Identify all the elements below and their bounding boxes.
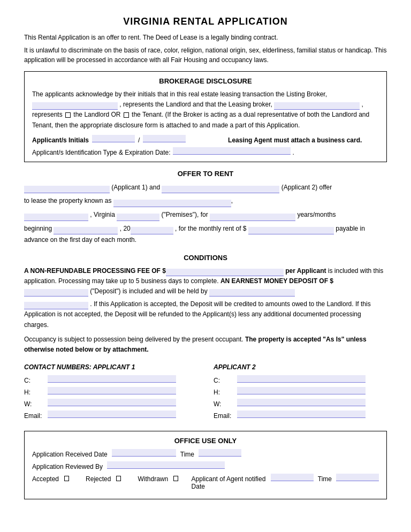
brokerage-body: The applicants acknowledge by their init…	[32, 89, 379, 131]
conditions-block: A NON-REFUNDABLE PROCESSING FEE OF $ per…	[24, 266, 387, 355]
contact-c1-field[interactable]	[48, 375, 176, 383]
brokerage-text-2: , represents the Landlord and that the L…	[119, 101, 272, 108]
lease-term-field[interactable]	[210, 214, 295, 221]
beginning-label: beginning	[24, 225, 52, 232]
reviewed-label: Application Reviewed By	[32, 463, 103, 470]
intro-line-1: This Rental Application is an offer to r…	[24, 33, 387, 42]
withdrawn-label: Withdrawn	[138, 475, 169, 483]
accepted-label: Accepted	[32, 475, 59, 483]
leasing-broker-field[interactable]	[274, 102, 360, 110]
deposit-text: ("Deposit") is included and will be held…	[90, 287, 207, 295]
contact-w2-label: W:	[214, 400, 235, 408]
year-label: , 20	[120, 225, 131, 232]
city-field[interactable]	[24, 214, 88, 221]
withdrawn-checkbox[interactable]	[173, 476, 178, 481]
contact-c1-row: C:	[24, 375, 197, 384]
deposit-holder-field[interactable]	[209, 289, 295, 297]
contact-w1-row: W:	[24, 399, 197, 408]
contact-h2-label: H:	[214, 389, 235, 396]
landlord-checkbox[interactable]	[65, 112, 71, 118]
notified-label: Applicant of Agent notified Date	[192, 475, 267, 490]
year-field[interactable]	[131, 227, 173, 234]
years-months: years/months	[297, 211, 336, 218]
applicant1-name-field[interactable]	[24, 186, 110, 193]
applicant1-label: (Applicant 1) and	[111, 184, 160, 191]
contact-applicant1: CONTACT NUMBERS: APPLICANT 1 C: H: W: Em…	[24, 363, 197, 422]
received-row: Application Received Date Time	[32, 449, 379, 458]
processing-fee-field[interactable]	[166, 269, 284, 276]
received-time-field[interactable]	[199, 449, 241, 457]
applicant2-name-field[interactable]	[162, 186, 279, 193]
notified-date-field[interactable]	[271, 474, 314, 481]
contact-w1-label: W:	[24, 400, 45, 408]
reviewed-by-field[interactable]	[107, 461, 225, 469]
initials-row: Applicant/s Initials / Leasing Agent mus…	[32, 135, 379, 144]
zip-field[interactable]	[117, 214, 159, 221]
listing-broker-field[interactable]	[32, 102, 118, 110]
conditions-para2: Occupancy is subject to possession being…	[24, 335, 387, 355]
tenant-checkbox[interactable]	[124, 112, 129, 118]
initials-field-2[interactable]	[143, 135, 186, 142]
conditions-para2-text: Occupancy is subject to possession being…	[24, 336, 243, 343]
conditions-para1b: . If this Application is accepted, the D…	[24, 299, 387, 330]
contact-applicant2: APPLICANT 2 C: H: W: Email:	[214, 363, 387, 422]
contact-section: CONTACT NUMBERS: APPLICANT 1 C: H: W: Em…	[24, 363, 387, 422]
virginia-label: , Virginia	[90, 211, 115, 218]
contact-applicant1-title: CONTACT NUMBERS: APPLICANT 1	[24, 363, 197, 371]
contact-c2-field[interactable]	[237, 375, 366, 383]
initials-label: Applicant/s Initials	[32, 136, 89, 144]
offer-block: (Applicant 1) and (Applicant 2) offer to…	[24, 182, 387, 246]
contact-email1-field[interactable]	[48, 411, 176, 418]
deposit-holder-cont-field[interactable]	[24, 302, 88, 309]
conditions-para1: A NON-REFUNDABLE PROCESSING FEE OF $ per…	[24, 266, 387, 297]
contact-w2-row: W:	[214, 399, 387, 408]
contact-c1-label: C:	[24, 377, 45, 384]
applicant2-label: (Applicant 2) offer	[281, 184, 332, 191]
intro-line-2: It is unlawful to discriminate on the ba…	[24, 45, 387, 65]
contact-h2-field[interactable]	[237, 387, 366, 394]
office-use-section: OFFICE USE ONLY Application Received Dat…	[24, 431, 387, 499]
rejected-label: Rejected	[86, 475, 111, 483]
per-applicant-text: per Applicant	[285, 267, 326, 275]
rent-label: , for the monthly rent of $	[175, 225, 246, 232]
contact-c2-label: C:	[214, 377, 235, 384]
id-label: Applicant/s Identification Type & Expira…	[32, 149, 171, 156]
contact-email1-label: Email:	[24, 412, 45, 420]
notified-time-field[interactable]	[336, 474, 379, 481]
status-row: Accepted Rejected Withdrawn Applicant of…	[32, 474, 379, 490]
contact-email2-label: Email:	[214, 412, 235, 420]
received-label: Application Received Date	[32, 451, 108, 458]
start-date-field[interactable]	[54, 227, 118, 234]
contact-c2-row: C:	[214, 375, 387, 384]
offer-title: OFFER TO RENT	[24, 170, 387, 178]
page-title: VIRGINIA RENTAL APPLICATION	[24, 16, 387, 27]
contact-email1-row: Email:	[24, 411, 197, 420]
brokerage-disclosure-section: BROKERAGE DISCLOSURE The applicants ackn…	[24, 71, 387, 162]
contact-email2-row: Email:	[214, 411, 387, 420]
rejected-checkbox[interactable]	[116, 476, 121, 481]
contact-h1-row: H:	[24, 387, 197, 396]
deposit-amount-field[interactable]	[24, 289, 88, 297]
id-field[interactable]	[173, 147, 291, 155]
contact-h1-field[interactable]	[48, 387, 176, 394]
reviewed-row: Application Reviewed By	[32, 461, 379, 470]
contact-w1-field[interactable]	[48, 399, 176, 406]
id-row: Applicant/s Identification Type & Expira…	[32, 147, 379, 156]
contact-applicant2-title: APPLICANT 2	[214, 363, 387, 371]
initials-field-1[interactable]	[92, 135, 135, 142]
leasing-agent-label: Leasing Agent must attach a business car…	[228, 136, 362, 144]
received-date-field[interactable]	[112, 449, 176, 457]
brokerage-text-1: The applicants acknowledge by their init…	[32, 90, 327, 98]
rent-amount-field[interactable]	[248, 227, 334, 234]
conditions-fee-label: A NON-REFUNDABLE PROCESSING FEE OF $	[24, 267, 166, 275]
property-address-field[interactable]	[113, 200, 231, 207]
premises-label: ("Premises"), for	[162, 211, 208, 218]
contact-h2-row: H:	[214, 387, 387, 396]
office-title: OFFICE USE ONLY	[32, 437, 379, 445]
contact-w2-field[interactable]	[237, 399, 366, 406]
contact-h1-label: H:	[24, 389, 45, 396]
contact-email2-field[interactable]	[237, 411, 366, 418]
accepted-checkbox[interactable]	[64, 476, 69, 481]
time-label: Time	[180, 451, 194, 458]
conditions-title: CONDITIONS	[24, 254, 387, 262]
